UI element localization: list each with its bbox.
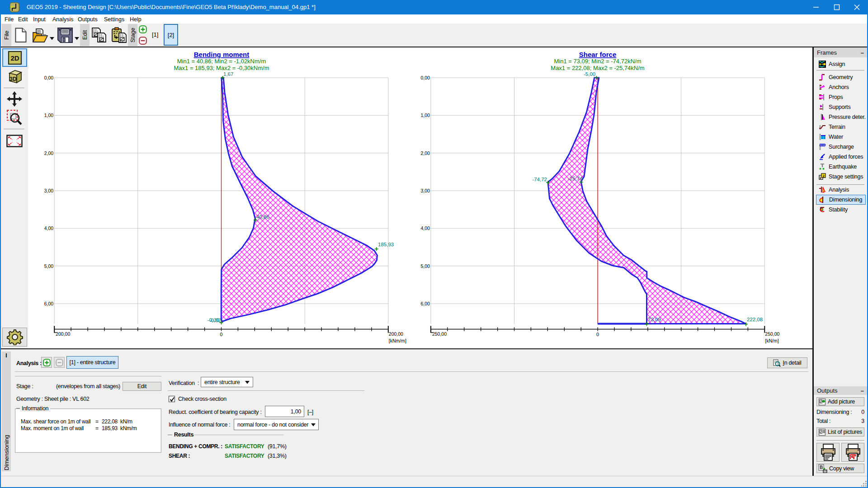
svg-text:-25,74: -25,74 bbox=[568, 176, 583, 181]
svg-text:0,00: 0,00 bbox=[44, 75, 54, 80]
svg-text:1,00: 1,00 bbox=[420, 113, 430, 118]
svg-text:250,00: 250,00 bbox=[432, 331, 447, 337]
svg-text:-74,72: -74,72 bbox=[532, 177, 547, 182]
svg-text:4,00: 4,00 bbox=[44, 225, 54, 231]
svg-text:185,93: 185,93 bbox=[378, 242, 394, 247]
svg-text:1,67: 1,67 bbox=[223, 71, 233, 77]
svg-text:250,00: 250,00 bbox=[765, 331, 779, 337]
svg-text:2,00: 2,00 bbox=[420, 150, 430, 156]
svg-text:B: B bbox=[820, 465, 823, 470]
svg-text:5,00: 5,00 bbox=[44, 263, 54, 269]
svg-text:200,00: 200,00 bbox=[389, 331, 403, 337]
svg-text:[kNm/m]: [kNm/m] bbox=[389, 338, 406, 343]
svg-text:0: 0 bbox=[220, 332, 223, 337]
svg-text:Bending moment: Bending moment bbox=[194, 51, 250, 58]
svg-text:200,00: 200,00 bbox=[56, 331, 70, 337]
svg-text:-0,02: -0,02 bbox=[209, 318, 221, 323]
svg-text:2,00: 2,00 bbox=[44, 150, 54, 156]
svg-text:0: 0 bbox=[596, 332, 599, 337]
svg-text:3,00: 3,00 bbox=[44, 188, 54, 193]
svg-text:4,00: 4,00 bbox=[420, 225, 430, 231]
svg-text:6,00: 6,00 bbox=[44, 301, 54, 306]
svg-text:Max1 = 222,08; Max2 = -25,74kN: Max1 = 222,08; Max2 = -25,74kN/m bbox=[551, 65, 644, 71]
svg-text:Max1 = 185,93; Max2 = -0,30kNm: Max1 = 185,93; Max2 = -0,30kNm/m bbox=[174, 65, 269, 71]
svg-text:1,00: 1,00 bbox=[44, 113, 54, 118]
svg-text:222,08: 222,08 bbox=[747, 317, 763, 322]
svg-text:Min1 = 40,86; Min2 = -1,02kNm/: Min1 = 40,86; Min2 = -1,02kNm/m bbox=[177, 58, 266, 65]
svg-text:6,00: 6,00 bbox=[420, 301, 430, 306]
svg-text:Min1 = 73,09; Min2 = -74,72kN/: Min1 = 73,09; Min2 = -74,72kN/m bbox=[554, 58, 642, 65]
svg-text:73,09: 73,09 bbox=[648, 317, 661, 322]
svg-text:40,86: 40,86 bbox=[256, 214, 269, 220]
svg-text:5,00: 5,00 bbox=[420, 263, 430, 269]
svg-text:Shear force: Shear force bbox=[579, 51, 617, 58]
svg-text:-5,00: -5,00 bbox=[584, 71, 595, 77]
svg-text:0,00: 0,00 bbox=[420, 75, 430, 80]
svg-text:3,00: 3,00 bbox=[420, 188, 430, 193]
svg-text:[kN/m]: [kN/m] bbox=[765, 338, 778, 343]
